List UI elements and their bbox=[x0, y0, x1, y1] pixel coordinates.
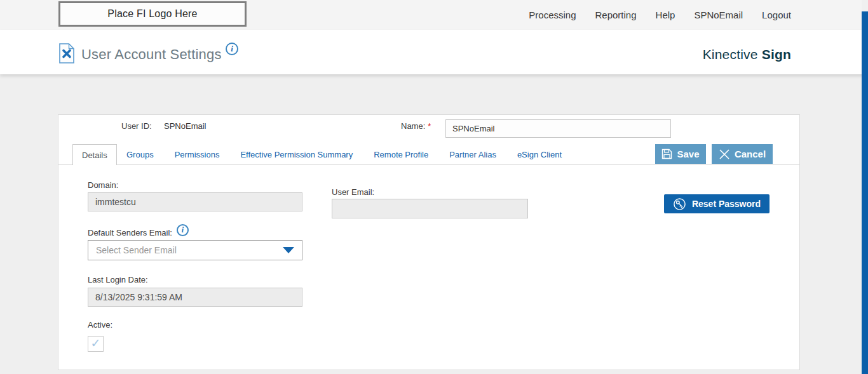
cancel-button-label: Cancel bbox=[735, 149, 766, 159]
nav-item-logout[interactable]: Logout bbox=[762, 10, 791, 20]
fi-logo-placeholder-text: Place FI Logo Here bbox=[107, 8, 197, 20]
user-email-field bbox=[332, 199, 528, 218]
fi-logo-placeholder: Place FI Logo Here bbox=[58, 1, 247, 27]
domain-field: immtestcu bbox=[88, 192, 302, 211]
chevron-down-icon bbox=[283, 247, 294, 253]
reset-password-label: Reset Password bbox=[692, 199, 761, 209]
default-senders-email-label-row: Default Senders Email: i bbox=[88, 224, 189, 237]
default-senders-email-select[interactable]: Select Sender Email bbox=[88, 240, 302, 260]
page-header: User Account Settings i Kinective Sign bbox=[0, 30, 868, 74]
default-senders-email-info-icon[interactable]: i bbox=[177, 224, 189, 236]
nav-item-reporting[interactable]: Reporting bbox=[595, 10, 637, 20]
page-title: User Account Settings bbox=[81, 46, 222, 63]
scrollbar-thumb[interactable] bbox=[862, 11, 868, 374]
domain-label: Domain: bbox=[88, 180, 118, 190]
page-title-info-icon[interactable]: i bbox=[226, 43, 238, 55]
tab-groups[interactable]: Groups bbox=[126, 150, 154, 159]
required-asterisk: * bbox=[428, 121, 431, 131]
tab-partner-alias[interactable]: Partner Alias bbox=[449, 150, 496, 159]
user-id-label: User ID: bbox=[121, 121, 152, 131]
checkmark-icon: ✓ bbox=[91, 337, 101, 349]
save-button[interactable]: Save bbox=[655, 144, 706, 164]
cancel-button[interactable]: Cancel bbox=[712, 144, 773, 164]
topbar: Place FI Logo Here Processing Reporting … bbox=[0, 0, 868, 30]
last-login-date-label: Last Login Date: bbox=[88, 275, 148, 284]
name-label: Name:* bbox=[401, 121, 431, 131]
active-label: Active: bbox=[88, 320, 112, 330]
tab-permissions[interactable]: Permissions bbox=[175, 150, 220, 159]
brand-logo: Kinective Sign bbox=[703, 47, 791, 62]
floppy-disk-icon bbox=[661, 149, 672, 159]
select-placeholder: Select Sender Email bbox=[96, 245, 177, 255]
reset-password-button[interactable]: Reset Password bbox=[664, 194, 770, 213]
top-navigation: Processing Reporting Help SPNoEmail Logo… bbox=[529, 0, 791, 30]
key-reset-icon bbox=[673, 197, 686, 211]
user-email-label: User Email: bbox=[332, 187, 374, 197]
nav-item-processing[interactable]: Processing bbox=[529, 10, 576, 20]
brand-name: Kinective bbox=[703, 47, 758, 62]
document-wrench-icon bbox=[58, 43, 75, 63]
name-input[interactable] bbox=[445, 119, 671, 138]
close-x-icon bbox=[719, 149, 730, 160]
tab-remote-profile[interactable]: Remote Profile bbox=[374, 150, 428, 159]
brand-product: Sign bbox=[762, 47, 791, 62]
user-account-settings-screen: Place FI Logo Here Processing Reporting … bbox=[0, 0, 868, 374]
default-senders-email-label: Default Senders Email: bbox=[88, 228, 172, 237]
active-checkbox[interactable]: ✓ bbox=[88, 336, 104, 352]
tab-details[interactable]: Details bbox=[72, 144, 117, 165]
nav-item-username[interactable]: SPNoEmail bbox=[694, 10, 743, 20]
user-id-value: SPNoEmail bbox=[164, 121, 206, 131]
save-button-label: Save bbox=[677, 149, 699, 159]
last-login-date-field: 8/13/2025 9:31:59 AM bbox=[88, 288, 302, 307]
nav-item-help[interactable]: Help bbox=[656, 10, 675, 20]
tab-effective-permission-summary[interactable]: Effective Permission Summary bbox=[240, 150, 353, 159]
tab-esign-client[interactable]: eSign Client bbox=[517, 150, 562, 159]
tab-links: Groups Permissions Effective Permission … bbox=[126, 144, 562, 164]
user-settings-card: User ID: SPNoEmail Name:* Details Groups… bbox=[58, 114, 800, 370]
